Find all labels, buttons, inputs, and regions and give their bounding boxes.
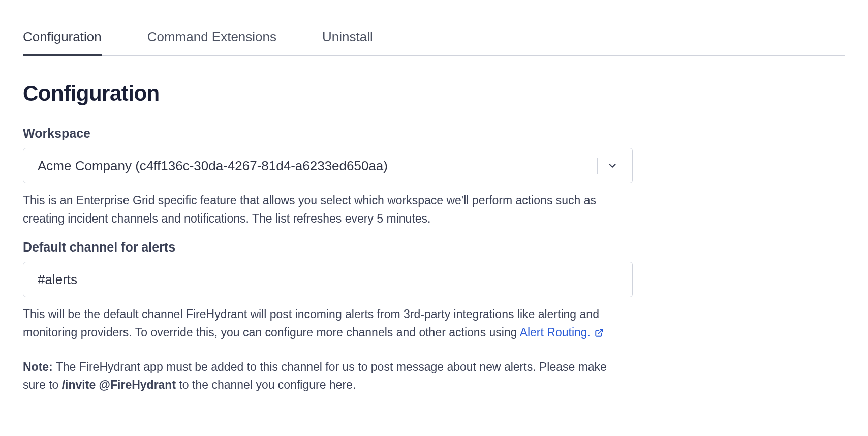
configuration-form: Workspace Acme Company (c4ff136c-30da-42… <box>23 126 633 394</box>
tab-bar: Configuration Command Extensions Uninsta… <box>23 23 845 56</box>
select-divider <box>597 158 598 174</box>
note-label: Note: <box>23 360 53 373</box>
workspace-select-value: Acme Company (c4ff136c-30da-4267-81d4-a6… <box>38 158 588 174</box>
alerts-channel-help-text: This will be the default channel FireHyd… <box>23 305 633 342</box>
tab-command-extensions[interactable]: Command Extensions <box>147 23 276 55</box>
invite-command: /invite @FireHydrant <box>62 378 176 391</box>
workspace-help-text: This is an Enterprise Grid specific feat… <box>23 192 633 228</box>
tab-uninstall[interactable]: Uninstall <box>322 23 373 55</box>
alerts-channel-label: Default channel for alerts <box>23 240 633 255</box>
workspace-select[interactable]: Acme Company (c4ff136c-30da-4267-81d4-a6… <box>23 148 633 183</box>
page-title: Configuration <box>23 81 845 106</box>
workspace-label: Workspace <box>23 126 633 141</box>
alert-routing-link[interactable]: Alert Routing. <box>520 326 604 339</box>
note-text-part2: to the channel you configure here. <box>176 378 356 391</box>
alerts-channel-note: Note: The FireHydrant app must be added … <box>23 358 633 394</box>
external-link-icon <box>595 325 604 343</box>
workspace-field-block: Workspace Acme Company (c4ff136c-30da-42… <box>23 126 633 228</box>
svg-line-0 <box>599 329 603 333</box>
alert-routing-link-text: Alert Routing. <box>520 326 591 339</box>
tab-configuration[interactable]: Configuration <box>23 23 102 55</box>
alerts-channel-field-block: Default channel for alerts This will be … <box>23 240 633 394</box>
chevron-down-icon <box>607 160 618 171</box>
alerts-help-text-part1: This will be the default channel FireHyd… <box>23 307 599 339</box>
alerts-channel-input[interactable] <box>23 262 633 297</box>
